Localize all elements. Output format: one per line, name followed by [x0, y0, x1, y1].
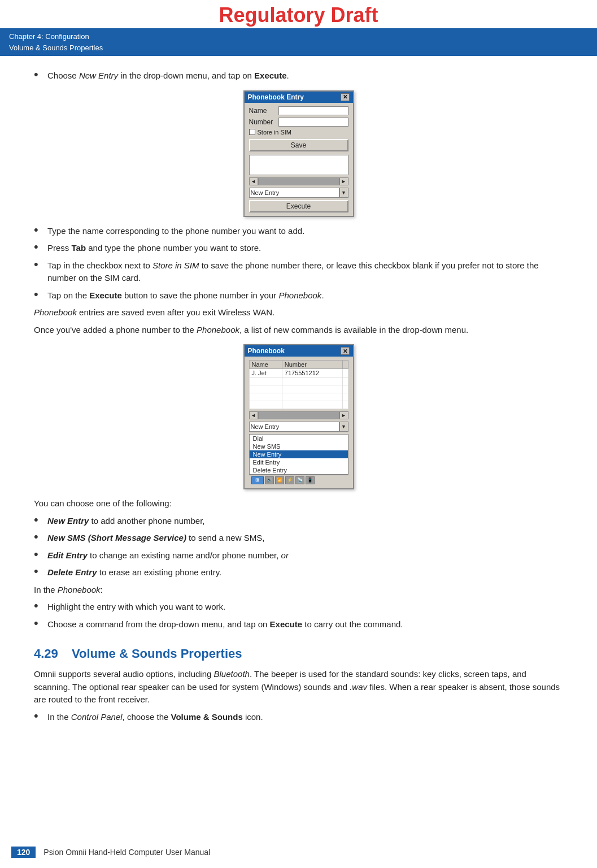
volume-sounds-bold: Volume & Sounds: [171, 712, 243, 722]
section-number: 4.29: [34, 646, 58, 661]
table-row-empty-4: [249, 401, 348, 409]
bullet-dot-3: •: [34, 240, 47, 254]
in-phonebook-para: In the Phonebook:: [34, 584, 563, 597]
pb-dropdown-value[interactable]: New Entry: [249, 422, 339, 432]
list2-text-1: New Entry to add another phone number,: [47, 515, 563, 528]
col-scroll: [342, 361, 348, 369]
store-in-sim-checkbox[interactable]: [249, 129, 255, 135]
phonebook-entry-titlebar: Phonebook Entry ✕: [245, 92, 353, 103]
list2-item-3: • Edit Entry to change an existing name …: [34, 549, 563, 562]
list2-dot-4: •: [34, 565, 47, 578]
bluetooth-italic: Bluetooth: [214, 669, 250, 679]
chapter-title: Chapter 4: Configuration: [9, 31, 588, 42]
page-header: Regulatory Draft: [0, 0, 597, 28]
name-input[interactable]: [278, 106, 348, 115]
save-button[interactable]: Save: [249, 139, 348, 151]
main-content: • Choose New Entry in the drop-down menu…: [0, 56, 597, 741]
pb-bullet-dot-1: •: [34, 599, 47, 613]
cell-number-jjet: 7175551212: [282, 369, 342, 377]
pb-dropdown-arrow[interactable]: ▼: [339, 422, 348, 432]
menu-item-new-sms[interactable]: New SMS: [250, 442, 348, 450]
phonebook-dropdown-menu: Dial New SMS New Entry Edit Entry Delete…: [249, 434, 348, 475]
section-para: Omnii supports several audio options, in…: [34, 668, 563, 706]
store-in-sim-label: Store in SIM: [258, 129, 292, 136]
start-icon[interactable]: ⊞: [251, 476, 264, 484]
pb-bullet-text-1: Highlight the entry with which you want …: [47, 601, 563, 614]
chapter-bar: Chapter 4: Configuration Volume & Sounds…: [0, 28, 597, 56]
pb-dropdown-row: New Entry ▼: [249, 422, 348, 432]
pb-scroll-track[interactable]: [258, 411, 339, 419]
section-bullet-text-1: In the Control Panel, choose the Volume …: [47, 711, 563, 724]
pb-bullet-1: • Highlight the entry with which you wan…: [34, 601, 563, 614]
taskbar-icon-3: ⚡: [285, 476, 294, 484]
section-heading-4-29: 4.29 Volume & Sounds Properties: [34, 646, 563, 661]
phonebook-dialog: Phonebook ✕ Name Number J. Jet: [243, 344, 354, 489]
table-row-jjet[interactable]: J. Jet 7175551212: [249, 369, 348, 377]
list2-item-2: • New SMS (Short Message Service) to sen…: [34, 532, 563, 545]
page-footer: 120 Psion Omnii Hand-Held Computer User …: [0, 847, 597, 858]
page-title: Regulatory Draft: [0, 3, 597, 27]
execute-bold-2: Execute: [89, 290, 122, 300]
bullet-text-5: Tap on the Execute button to save the ph…: [47, 289, 563, 302]
tab-bold: Tab: [72, 243, 86, 253]
phonebook-italic-2: Phonebook: [34, 307, 77, 317]
list2-dot-3: •: [34, 548, 47, 561]
phonebook-italic-4: Phonebook: [58, 585, 101, 594]
bullet-dot-5: •: [34, 288, 47, 301]
pb-scrollbar-row: ◄ ►: [249, 411, 348, 419]
menu-item-dial[interactable]: Dial: [250, 435, 348, 442]
bullet-item-3: • Press Tab and type the phone number yo…: [34, 242, 563, 255]
pb-bullet-text-2: Choose a command from the drop-down menu…: [47, 618, 563, 631]
list2-text-3: Edit Entry to change an existing name an…: [47, 549, 563, 562]
scroll-track[interactable]: [258, 177, 339, 185]
phonebook-italic-3: Phonebook: [197, 325, 239, 335]
bullet-item-2: • Type the name corresponding to the pho…: [34, 225, 563, 238]
bullet-item-4: • Tap in the checkbox next to Store in S…: [34, 259, 563, 285]
menu-item-edit-entry[interactable]: Edit Entry: [250, 458, 348, 466]
taskbar-icon-2: 📶: [275, 476, 284, 484]
entry-list-area: [249, 155, 348, 175]
new-entry-italic: New Entry: [79, 71, 118, 80]
control-panel-italic: Control Panel: [71, 712, 123, 722]
pb-scroll-left[interactable]: ◄: [249, 411, 258, 419]
table-row-empty-3: [249, 393, 348, 401]
para-2: Once you've added a phone number to the …: [34, 324, 563, 337]
phonebook-dialog-titlebar: Phonebook ✕: [245, 345, 353, 357]
dropdown-value[interactable]: New Entry: [249, 188, 339, 198]
wav-italic: .wav: [350, 682, 367, 692]
pb-bullet-2: • Choose a command from the drop-down me…: [34, 618, 563, 631]
table-row-empty-2: [249, 385, 348, 393]
menu-item-delete-entry[interactable]: Delete Entry: [250, 466, 348, 474]
col-number: Number: [282, 361, 342, 369]
section-title: Volume & Sounds Properties: [72, 646, 242, 661]
taskbar-icon-1: 🔊: [265, 476, 274, 484]
phonebook-dialog-body: Name Number J. Jet 7175551212: [245, 357, 353, 488]
choose-para: You can choose one of the following:: [34, 497, 563, 510]
phonebook-dialog-wrap: Phonebook ✕ Name Number J. Jet: [34, 344, 563, 489]
cell-scroll-jjet: [342, 369, 348, 377]
menu-item-new-entry[interactable]: New Entry: [250, 450, 348, 458]
bullet-text-3: Press Tab and type the phone number you …: [47, 242, 563, 255]
dropdown-arrow[interactable]: ▼: [339, 188, 348, 198]
bullet-item-5: • Tap on the Execute button to save the …: [34, 289, 563, 302]
phonebook-entry-close-btn[interactable]: ✕: [341, 93, 350, 101]
name-field-row: Name: [249, 106, 348, 115]
scrollbar-row: ◄ ►: [249, 177, 348, 185]
scroll-left-btn[interactable]: ◄: [249, 177, 258, 185]
execute-button[interactable]: Execute: [249, 200, 348, 212]
edit-entry-bold-italic: Edit Entry: [47, 550, 88, 560]
phonebook-table: Name Number J. Jet 7175551212: [249, 360, 348, 409]
name-label: Name: [249, 107, 278, 115]
pb-bullet-dot-2: •: [34, 617, 47, 630]
pb-scroll-right[interactable]: ►: [339, 411, 348, 419]
phonebook-entry-title: Phonebook Entry: [248, 93, 304, 101]
list2-item-1: • New Entry to add another phone number,: [34, 515, 563, 528]
number-label: Number: [249, 118, 278, 126]
number-input[interactable]: [278, 118, 348, 127]
phonebook-entry-body: Name Number Store in SIM Save: [245, 103, 353, 216]
bullet-item-1: • Choose New Entry in the drop-down menu…: [34, 70, 563, 83]
scroll-right-btn[interactable]: ►: [339, 177, 348, 185]
phonebook-dialog-close-btn[interactable]: ✕: [341, 347, 350, 355]
chapter-subtitle: Volume & Sounds Properties: [9, 42, 588, 54]
bullet-dot-4: •: [34, 258, 47, 271]
